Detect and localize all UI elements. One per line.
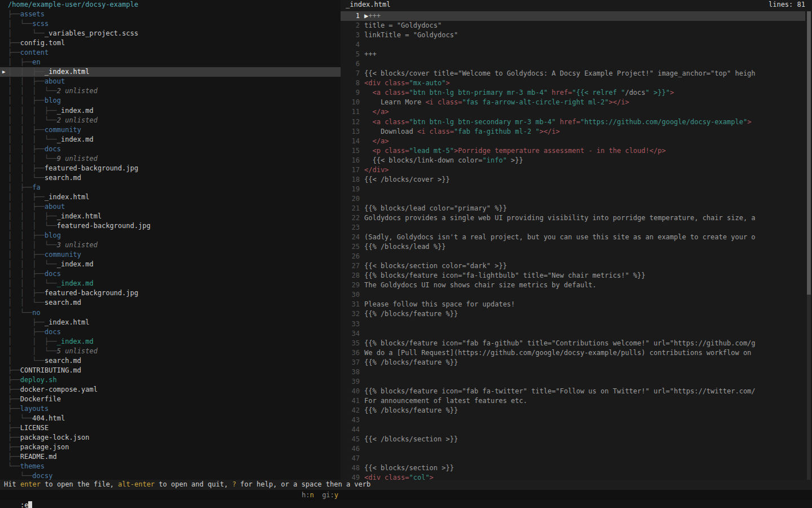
tree-item-blog[interactable]: │ │ ├──blog — [0, 231, 341, 240]
tree-item-license[interactable]: ├──LICENSE — [0, 423, 341, 433]
code-line-23: 23 — [341, 223, 805, 233]
tree-item-blog[interactable]: │ │ ├──blog — [0, 96, 341, 106]
tree-item-community[interactable]: │ │ ├──community — [0, 250, 341, 260]
tree-item-no[interactable]: │ └──no — [0, 308, 341, 318]
tree-item-3-unlisted: │ │ │ └──3 unlisted — [0, 240, 341, 250]
line-number: 35 — [341, 339, 360, 348]
code-line-43: 43 — [341, 415, 805, 425]
command-input-value[interactable]: :e — [16, 501, 28, 508]
line-number: 29 — [341, 281, 360, 290]
tree-item-package-lock-json[interactable]: ├──package-lock.json — [0, 433, 341, 443]
tree-item-featured-background-jpg[interactable]: │ │ │ └──featured-background.jpg — [0, 221, 341, 231]
line-number: 42 — [341, 406, 360, 415]
tree-item-dockerfile[interactable]: ├──Dockerfile — [0, 395, 341, 404]
code-line-text: {{< /blocks/cover >}} — [360, 175, 805, 185]
preview-pane: _index.html lines: 81 1▶+++2title = "Gol… — [341, 0, 812, 480]
tree-item-featured-background-jpg[interactable]: │ │ ├──featured-background.jpg — [0, 288, 341, 298]
tree-item-community[interactable]: │ │ ├──community — [0, 125, 341, 135]
mode-flags: h:n gi:y — [302, 490, 338, 500]
tree-item--index-md[interactable]: │ │ │ └──_index.md — [0, 279, 341, 288]
tree-item-contributing-md[interactable]: ├──CONTRIBUTING.md — [0, 366, 341, 375]
tree-branch-lines: │ │ │ └── — [8, 279, 57, 287]
file-name: config.toml — [20, 39, 65, 47]
code-line-text: Please follow this space for updates! — [360, 300, 805, 309]
tree-item-search-md[interactable]: │ └──search.md — [0, 356, 341, 366]
tree-item-docker-compose-yaml[interactable]: ├──docker-compose.yaml — [0, 385, 341, 395]
file-name: _index.md — [57, 107, 94, 115]
tree-item--index-md[interactable]: │ │ │ └──_index.md — [0, 135, 341, 144]
tree-item--index-html[interactable]: │ ├──_index.html — [0, 318, 341, 327]
code-line-text: </a> — [360, 137, 805, 146]
directory-name: no — [32, 309, 40, 317]
code-line-1: 1▶+++ — [341, 11, 805, 21]
tree-item-docs[interactable]: │ │ ├──docs — [0, 144, 341, 154]
code-line-32: 32{{% /blocks/feature %}} — [341, 309, 805, 319]
code-line-text — [360, 444, 805, 454]
tree-item-themes[interactable]: └──themes — [0, 462, 341, 471]
tree-item-404-html[interactable]: │ └──404.html — [0, 414, 341, 423]
tree-item-search-md[interactable]: │ │ └──search.md — [0, 298, 341, 308]
tree-item-en[interactable]: │ ├──en — [0, 58, 341, 67]
tree-item--index-html[interactable]: │ │ ├──_index.html — [0, 192, 341, 202]
tree-item-search-md[interactable]: │ │ └──search.md — [0, 173, 341, 183]
file-name: _index.md — [57, 338, 94, 345]
tree-item-config-toml[interactable]: ├──config.toml — [0, 38, 341, 48]
preview-scrollbar[interactable] — [807, 11, 811, 480]
tree-item-docs[interactable]: │ ├──docs — [0, 327, 341, 337]
file-name: _index.html — [57, 212, 102, 220]
tree-item-assets[interactable]: ├──assets — [0, 10, 341, 19]
tree-item--variables-project-scss[interactable]: │ └──_variables_project.scss — [0, 29, 341, 38]
tree-branch-lines: │ │ ├── — [8, 77, 45, 85]
code-line-42: 42{{% /blocks/feature %}} — [341, 406, 805, 415]
tree-branch-lines: ├── — [8, 453, 20, 461]
tree-item-content[interactable]: ├──content — [0, 48, 341, 58]
line-number: 3 — [341, 30, 360, 40]
tree-item-about[interactable]: │ │ ├──about — [0, 202, 341, 212]
tree-item-layouts[interactable]: ├──layouts — [0, 404, 341, 414]
tree-item-docsy[interactable]: └──docsy — [0, 471, 341, 480]
directory-name: content — [20, 49, 49, 56]
tree-item--index-md[interactable]: │ │ │ └──_index.md — [0, 260, 341, 269]
command-input-bar[interactable]: :e h:n gi:y — [0, 490, 812, 500]
preview-scrollbar-thumb[interactable] — [807, 11, 811, 295]
tree-branch-lines: ├── — [8, 405, 20, 413]
line-number: 6 — [341, 59, 360, 69]
tree-item--index-md[interactable]: │ │ │ ├──_index.md — [0, 106, 341, 116]
tree-item-deploy-sh[interactable]: ├──deploy.sh — [0, 375, 341, 385]
tree-item--index-html[interactable]: ▶│ │ ├──_index.html — [0, 67, 341, 77]
code-line-33: 33 — [341, 319, 805, 329]
code-line-text: <p class="lead mt-5">Porridge temperatur… — [360, 146, 805, 156]
directory-name: about — [45, 203, 65, 211]
code-line-8: 8<div class="mx-auto"> — [341, 78, 805, 88]
tree-item--index-md[interactable]: │ │ ├──_index.md — [0, 337, 341, 347]
tree-item--index-html[interactable]: │ │ │ ├──_index.html — [0, 212, 341, 221]
tree-item-featured-background-jpg[interactable]: │ │ ├──featured-background.jpg — [0, 164, 341, 173]
tree-item-about[interactable]: │ │ ├──about — [0, 77, 341, 86]
file-tree: /home/example-user/docsy-example├──asset… — [0, 0, 341, 480]
code-line-text: {{% blocks/feature icon="fab fa-github" … — [360, 339, 805, 348]
tree-item-readme-md[interactable]: ├──README.md — [0, 452, 341, 462]
line-number: 28 — [341, 271, 360, 281]
code-line-25: 25{{% /blocks/lead %}} — [341, 242, 805, 252]
tree-item-docs[interactable]: │ │ ├──docs — [0, 269, 341, 279]
tree-branch-lines: ├── — [8, 376, 20, 384]
file-name: Dockerfile — [20, 395, 61, 403]
code-line-text: We do a [Pull Request](https://github.co… — [360, 348, 805, 358]
code-line-text: {{% /blocks/feature %}} — [360, 358, 805, 367]
line-number: 36 — [341, 348, 360, 358]
tree-branch-lines: │ │ ├── — [8, 203, 45, 211]
directory-name: scss — [32, 20, 48, 28]
code-line-27: 27{{< blocks/section color="dark" >}} — [341, 261, 805, 271]
tree-item-fa[interactable]: │ ├──fa — [0, 183, 341, 192]
directory-name: community — [45, 251, 81, 259]
code-line-text — [360, 223, 805, 233]
status-key-hint: enter — [20, 480, 41, 488]
flag-label: gi: — [314, 491, 334, 499]
tree-item-package-json[interactable]: ├──package.json — [0, 443, 341, 452]
tree-item-scss[interactable]: │ └──scss — [0, 19, 341, 29]
line-number: 32 — [341, 309, 360, 319]
code-line-37: 37{{% /blocks/feature %}} — [341, 358, 805, 367]
code-line-text — [360, 377, 805, 387]
line-number: 12 — [341, 117, 360, 127]
line-number: 15 — [341, 146, 360, 156]
